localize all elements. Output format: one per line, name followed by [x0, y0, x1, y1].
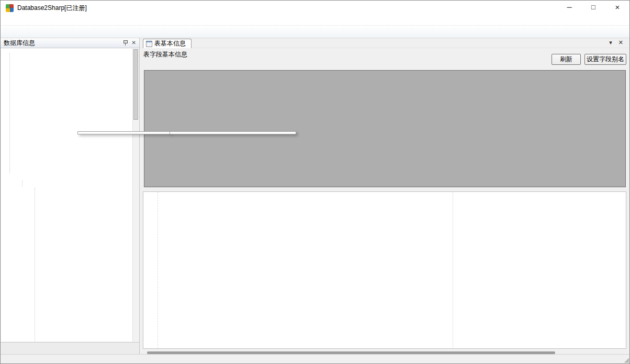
app-window: Database2Sharp[已注册] ─ □ × 数据库信息 ✕ — [0, 0, 630, 364]
gutter-separator — [158, 192, 158, 348]
menu-bar — [1, 15, 629, 25]
section-label: 表字段基本信息 — [143, 50, 187, 59]
tree-scrollbar-thumb[interactable] — [133, 49, 138, 120]
table-context-menu — [77, 131, 171, 134]
tab-list-dropdown-icon[interactable]: ▾ — [609, 39, 612, 46]
resize-grip[interactable]: ◢ — [624, 356, 629, 363]
panel-bottom-tabs — [1, 342, 139, 354]
tab-close-icon[interactable]: ✕ — [618, 39, 623, 46]
refresh-button[interactable]: 刷新 — [552, 54, 581, 65]
panel-header: 数据库信息 ✕ — [1, 38, 139, 48]
app-icon — [6, 4, 14, 12]
panel-title: 数据库信息 — [4, 39, 35, 48]
status-bar: ◢ — [1, 354, 629, 363]
toolbar — [1, 25, 629, 38]
sql-editor[interactable] — [143, 191, 626, 349]
close-button[interactable]: × — [605, 1, 629, 15]
pin-icon[interactable] — [123, 40, 128, 46]
title-bar: Database2Sharp[已注册] ─ □ × — [1, 1, 629, 15]
set-field-alias-button[interactable]: 设置字段别名 — [584, 54, 626, 65]
close-icon[interactable]: ✕ — [132, 40, 136, 46]
field-grid — [144, 70, 626, 187]
database-tree — [1, 49, 132, 342]
window-controls: ─ □ × — [557, 1, 629, 15]
maximize-button[interactable]: □ — [581, 1, 605, 15]
tree-guide-line — [22, 180, 22, 187]
tree-guide-line — [35, 188, 35, 342]
main-area: 表基本信息 ▾ ✕ 表字段基本信息 刷新 设置字段别名 — [140, 38, 629, 354]
column-guide-line — [453, 192, 453, 348]
minimize-button[interactable]: ─ — [557, 1, 581, 15]
tab-table-basic-info[interactable]: 表基本信息 — [143, 39, 192, 48]
tree-scrollbar[interactable] — [132, 49, 139, 342]
document-tab-strip: 表基本信息 ▾ ✕ — [140, 38, 629, 48]
codegen-submenu — [170, 131, 296, 134]
window-title: Database2Sharp[已注册] — [17, 4, 87, 13]
tree-guide-line — [9, 53, 10, 173]
tab-label: 表基本信息 — [154, 39, 186, 48]
database-info-panel: 数据库信息 ✕ — [1, 38, 140, 354]
table-grid-icon — [146, 41, 152, 47]
